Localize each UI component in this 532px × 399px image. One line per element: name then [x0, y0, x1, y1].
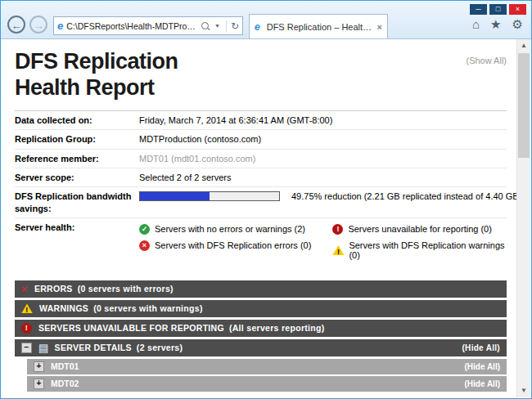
address-dropdown-icon[interactable]: ▼ — [214, 23, 220, 29]
section-label: SERVERS UNAVAILABLE FOR REPORTING — [38, 323, 224, 333]
scroll-up-arrow[interactable]: ▲ — [517, 39, 530, 52]
ie-favicon: e — [57, 20, 63, 31]
field-reference-member: Reference member: MDT01 (mdt01.contoso.c… — [15, 150, 507, 168]
health-item-warnings: ! Servers with DFS Replication warnings … — [332, 240, 507, 260]
server-detail-rows: + MDT01 (Hide All) + MDT02 (Hide All) — [27, 359, 507, 392]
field-value: Friday, March 7, 2014 at 6:36:41 AM (GMT… — [139, 114, 332, 126]
caption-buttons: ─ □ × — [470, 4, 526, 15]
check-circle-icon: ✓ — [139, 224, 150, 235]
report-fields: Data collected on: Friday, March 7, 2014… — [15, 110, 507, 269]
server-name: MDT01 — [51, 361, 79, 371]
page-title: DFS Replication Health Report — [15, 49, 207, 101]
warning-triangle-icon: ! — [332, 245, 344, 255]
scroll-down-arrow[interactable]: ▼ — [517, 384, 530, 397]
health-item-errors: × Servers with DFS Replication errors (0… — [139, 240, 332, 251]
field-value: Selected 2 of 2 servers — [139, 172, 232, 183]
maximize-button[interactable]: □ — [489, 4, 507, 15]
refresh-icon[interactable]: ↻ — [226, 20, 239, 32]
scrollbar-thumb[interactable] — [518, 53, 530, 158]
toolbar-right-icons: ⌂ ★ ⚙ — [472, 18, 523, 30]
health-report: DFS Replication Health Report (Show All)… — [2, 39, 516, 397]
search-icon[interactable] — [201, 22, 209, 29]
browser-window: ─ □ × ← → e C:\DFSReports\Health-MDTProd… — [0, 0, 532, 399]
health-item-text: Servers with DFS Replication warnings (0… — [349, 240, 507, 260]
unavailable-circle-icon: ! — [332, 224, 343, 235]
field-server-scope: Server scope: Selected 2 of 2 servers — [15, 168, 507, 187]
server-name: MDT02 — [51, 379, 79, 388]
bandwidth-progress-bar — [139, 191, 280, 201]
show-all-link[interactable]: (Show All) — [466, 56, 507, 65]
address-text[interactable]: C:\DFSReports\Health-MDTProduction-07M — [66, 21, 200, 31]
field-value: MDTProduction (contoso.com) — [139, 133, 261, 145]
field-label: Data collected on: — [15, 114, 139, 126]
tab-favicon: e — [255, 22, 260, 32]
health-item-unavailable: ! Servers unavailable for reporting (0) — [332, 224, 507, 235]
error-circle-icon: × — [139, 240, 150, 251]
section-label: SERVER DETAILS — [55, 343, 132, 352]
warning-triangle-icon: ! — [21, 303, 33, 313]
health-item-ok: ✓ Servers with no errors or warnings (2) — [139, 224, 332, 235]
collapse-box-icon[interactable]: − — [21, 343, 32, 353]
section-detail: (0 servers with errors) — [78, 284, 174, 294]
section-label: WARNINGS — [39, 303, 88, 313]
field-label: Server health: — [15, 222, 139, 233]
tab-title: DFS Replication – Health Re... — [267, 22, 374, 32]
error-x-icon: × — [21, 284, 28, 294]
section-errors[interactable]: × ERRORS (0 servers with errors) — [15, 280, 507, 298]
vertical-scrollbar[interactable]: ▲ ▼ — [516, 39, 530, 397]
home-icon[interactable]: ⌂ — [472, 18, 480, 30]
server-row-mdt02[interactable]: + MDT02 (Hide All) — [27, 376, 507, 392]
section-warnings[interactable]: ! WARNINGS (0 servers with warnings) — [15, 300, 507, 317]
section-label: ERRORS — [34, 284, 73, 294]
hide-all-link[interactable]: (Hide All) — [464, 379, 500, 388]
server-row-mdt01[interactable]: + MDT01 (Hide All) — [27, 359, 507, 374]
bandwidth-fill — [140, 192, 210, 200]
field-bandwidth-savings: DFS Replication bandwidth savings: 49.75… — [15, 187, 507, 218]
field-data-collected: Data collected on: Friday, March 7, 2014… — [15, 111, 507, 130]
address-bar[interactable]: e C:\DFSReports\Health-MDTProduction-07M… — [53, 16, 243, 35]
report-sections: × ERRORS (0 servers with errors) ! WARNI… — [15, 280, 507, 392]
section-detail: (2 servers) — [137, 343, 183, 352]
health-item-text: Servers unavailable for reporting (0) — [348, 224, 491, 234]
hide-all-link[interactable]: (Hide All) — [464, 362, 500, 371]
section-detail: (All servers reporting) — [229, 323, 325, 333]
field-value: MDT01 (mdt01.contoso.com) — [139, 153, 255, 164]
browser-tab[interactable]: e DFS Replication – Health Re... × — [249, 14, 388, 38]
field-label: DFS Replication bandwidth savings: — [15, 191, 139, 214]
expand-box-icon[interactable]: + — [34, 361, 44, 372]
field-label: Replication Group: — [15, 133, 139, 145]
hide-all-link[interactable]: (Hide All) — [462, 343, 500, 352]
bandwidth-text: 49.75% reduction (2.21 GB replicated ins… — [291, 191, 516, 202]
page-content: DFS Replication Health Report (Show All)… — [2, 39, 530, 397]
favorites-star-icon[interactable]: ★ — [490, 18, 501, 30]
forward-button[interactable]: → — [29, 16, 47, 34]
tab-close-icon[interactable]: × — [377, 22, 382, 32]
field-replication-group: Replication Group: MDTProduction (contos… — [15, 130, 507, 149]
server-health-grid: ✓ Servers with no errors or warnings (2)… — [139, 222, 507, 266]
health-item-text: Servers with no errors or warnings (2) — [155, 224, 305, 234]
server-icon: ▤ — [38, 343, 49, 353]
unavailable-circle-icon: ! — [21, 323, 32, 334]
section-unavailable[interactable]: ! SERVERS UNAVAILABLE FOR REPORTING (All… — [15, 320, 507, 337]
field-server-health: Server health: ✓ Servers with no errors … — [15, 218, 507, 269]
minimize-button[interactable]: ─ — [470, 4, 487, 15]
section-server-details[interactable]: − ▤ SERVER DETAILS (2 servers) (Hide All… — [15, 339, 507, 356]
expand-box-icon[interactable]: + — [34, 379, 44, 389]
browser-chrome: ─ □ × ← → e C:\DFSReports\Health-MDTProd… — [1, 1, 531, 39]
health-item-text: Servers with DFS Replication errors (0) — [155, 240, 311, 250]
field-label: Reference member: — [15, 153, 139, 164]
settings-gear-icon[interactable]: ⚙ — [512, 18, 523, 30]
section-detail: (0 servers with warnings) — [93, 303, 203, 313]
field-label: Server scope: — [15, 172, 139, 183]
back-button[interactable]: ← — [7, 16, 25, 34]
close-button[interactable]: × — [509, 4, 526, 15]
